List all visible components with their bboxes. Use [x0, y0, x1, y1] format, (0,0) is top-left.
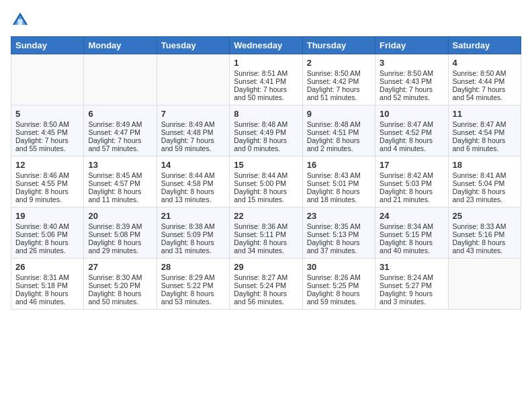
- calendar-cell: 7Sunrise: 8:49 AMSunset: 4:48 PMDaylight…: [157, 105, 229, 156]
- sunset-text: Sunset: 4:41 PM: [234, 77, 298, 85]
- day-number: 30: [307, 262, 371, 272]
- day-number: 28: [161, 262, 225, 272]
- daylight-text: Daylight: 8 hours and 59 minutes.: [307, 289, 371, 306]
- sunrise-text: Sunrise: 8:45 AM: [88, 171, 152, 179]
- day-number: 18: [453, 160, 517, 170]
- calendar-cell: 20Sunrise: 8:39 AMSunset: 5:08 PMDayligh…: [84, 208, 157, 259]
- day-number: 31: [380, 262, 443, 272]
- sunrise-text: Sunrise: 8:30 AM: [88, 273, 152, 281]
- svg-rect-2: [18, 19, 23, 25]
- daylight-text: Daylight: 7 hours and 59 minutes.: [161, 136, 225, 152]
- daylight-text: Daylight: 8 hours and 18 minutes.: [307, 187, 371, 203]
- sunset-text: Sunset: 4:47 PM: [88, 128, 152, 136]
- logo: [11, 11, 32, 30]
- day-number: 24: [380, 211, 443, 221]
- calendar-cell: [157, 54, 229, 105]
- daylight-text: Daylight: 8 hours and 11 minutes.: [88, 187, 152, 203]
- calendar-week-row: 26Sunrise: 8:31 AMSunset: 5:18 PMDayligh…: [11, 259, 521, 310]
- sunset-text: Sunset: 5:18 PM: [15, 281, 79, 289]
- daylight-text: Daylight: 8 hours and 13 minutes.: [161, 187, 225, 203]
- weekday-header-row: SundayMondayTuesdayWednesdayThursdayFrid…: [11, 37, 521, 54]
- calendar-cell: 15Sunrise: 8:44 AMSunset: 5:00 PMDayligh…: [230, 156, 302, 208]
- calendar-cell: 26Sunrise: 8:31 AMSunset: 5:18 PMDayligh…: [11, 259, 84, 310]
- day-number: 4: [453, 58, 517, 68]
- day-number: 20: [88, 211, 152, 221]
- daylight-text: Daylight: 8 hours and 9 minutes.: [15, 187, 79, 203]
- day-number: 21: [161, 211, 225, 221]
- sunrise-text: Sunrise: 8:47 AM: [453, 120, 517, 128]
- sunset-text: Sunset: 5:13 PM: [307, 230, 371, 238]
- sunrise-text: Sunrise: 8:49 AM: [161, 120, 225, 128]
- sunset-text: Sunset: 4:45 PM: [15, 128, 79, 136]
- sunset-text: Sunset: 4:58 PM: [161, 179, 225, 187]
- calendar-cell: 9Sunrise: 8:48 AMSunset: 4:51 PMDaylight…: [302, 105, 375, 156]
- daylight-text: Daylight: 8 hours and 56 minutes.: [234, 289, 298, 306]
- sunset-text: Sunset: 5:00 PM: [234, 179, 298, 187]
- day-number: 14: [161, 160, 225, 170]
- daylight-text: Daylight: 8 hours and 0 minutes.: [234, 136, 298, 152]
- day-number: 12: [15, 160, 79, 170]
- sunset-text: Sunset: 5:22 PM: [161, 281, 225, 289]
- sunset-text: Sunset: 4:44 PM: [453, 77, 517, 85]
- day-number: 10: [380, 109, 443, 119]
- sunrise-text: Sunrise: 8:42 AM: [380, 171, 443, 179]
- calendar-cell: 5Sunrise: 8:50 AMSunset: 4:45 PMDaylight…: [11, 105, 84, 156]
- sunset-text: Sunset: 4:51 PM: [307, 128, 371, 136]
- calendar-week-row: 19Sunrise: 8:40 AMSunset: 5:06 PMDayligh…: [11, 208, 521, 259]
- sunrise-text: Sunrise: 8:31 AM: [15, 273, 79, 281]
- calendar-cell: [448, 259, 521, 310]
- sunrise-text: Sunrise: 8:24 AM: [380, 273, 443, 281]
- weekday-header-tuesday: Tuesday: [157, 37, 229, 54]
- sunrise-text: Sunrise: 8:46 AM: [15, 171, 79, 179]
- daylight-text: Daylight: 8 hours and 26 minutes.: [15, 238, 79, 255]
- sunset-text: Sunset: 5:15 PM: [380, 230, 443, 238]
- calendar-cell: 3Sunrise: 8:50 AMSunset: 4:43 PMDaylight…: [375, 54, 448, 105]
- sunrise-text: Sunrise: 8:48 AM: [234, 120, 298, 128]
- sunset-text: Sunset: 5:01 PM: [307, 179, 371, 187]
- daylight-text: Daylight: 8 hours and 21 minutes.: [380, 187, 443, 203]
- calendar-cell: 28Sunrise: 8:29 AMSunset: 5:22 PMDayligh…: [157, 259, 229, 310]
- sunrise-text: Sunrise: 8:44 AM: [234, 171, 298, 179]
- daylight-text: Daylight: 7 hours and 55 minutes.: [15, 136, 79, 152]
- daylight-text: Daylight: 8 hours and 50 minutes.: [88, 289, 152, 306]
- sunrise-text: Sunrise: 8:43 AM: [307, 171, 371, 179]
- calendar-cell: 23Sunrise: 8:35 AMSunset: 5:13 PMDayligh…: [302, 208, 375, 259]
- calendar-cell: 27Sunrise: 8:30 AMSunset: 5:20 PMDayligh…: [84, 259, 157, 310]
- sunset-text: Sunset: 5:27 PM: [380, 281, 443, 289]
- day-number: 13: [88, 160, 152, 170]
- daylight-text: Daylight: 9 hours and 3 minutes.: [380, 289, 443, 306]
- daylight-text: Daylight: 8 hours and 2 minutes.: [307, 136, 371, 152]
- calendar-cell: 25Sunrise: 8:33 AMSunset: 5:16 PMDayligh…: [448, 208, 521, 259]
- weekday-header-monday: Monday: [84, 37, 157, 54]
- calendar-cell: 12Sunrise: 8:46 AMSunset: 4:55 PMDayligh…: [11, 156, 84, 208]
- day-number: 25: [453, 211, 517, 221]
- calendar-cell: 19Sunrise: 8:40 AMSunset: 5:06 PMDayligh…: [11, 208, 84, 259]
- daylight-text: Daylight: 8 hours and 43 minutes.: [453, 238, 517, 255]
- calendar-cell: 17Sunrise: 8:42 AMSunset: 5:03 PMDayligh…: [375, 156, 448, 208]
- daylight-text: Daylight: 8 hours and 4 minutes.: [380, 136, 443, 152]
- daylight-text: Daylight: 7 hours and 51 minutes.: [307, 85, 371, 101]
- daylight-text: Daylight: 8 hours and 31 minutes.: [161, 238, 225, 255]
- sunset-text: Sunset: 5:11 PM: [234, 230, 298, 238]
- daylight-text: Daylight: 8 hours and 40 minutes.: [380, 238, 443, 255]
- calendar-cell: 13Sunrise: 8:45 AMSunset: 4:57 PMDayligh…: [84, 156, 157, 208]
- day-number: 23: [307, 211, 371, 221]
- day-number: 15: [234, 160, 298, 170]
- day-number: 5: [15, 109, 79, 119]
- daylight-text: Daylight: 7 hours and 52 minutes.: [380, 85, 443, 101]
- sunrise-text: Sunrise: 8:26 AM: [307, 273, 371, 281]
- sunset-text: Sunset: 5:24 PM: [234, 281, 298, 289]
- day-number: 8: [234, 109, 298, 119]
- logo-icon: [11, 11, 30, 30]
- daylight-text: Daylight: 7 hours and 54 minutes.: [453, 85, 517, 101]
- calendar-week-row: 5Sunrise: 8:50 AMSunset: 4:45 PMDaylight…: [11, 105, 521, 156]
- sunrise-text: Sunrise: 8:47 AM: [380, 120, 443, 128]
- weekday-header-sunday: Sunday: [11, 37, 84, 54]
- sunset-text: Sunset: 5:20 PM: [88, 281, 152, 289]
- day-number: 27: [88, 262, 152, 272]
- day-number: 6: [88, 109, 152, 119]
- sunset-text: Sunset: 4:48 PM: [161, 128, 225, 136]
- daylight-text: Daylight: 8 hours and 15 minutes.: [234, 187, 298, 203]
- daylight-text: Daylight: 7 hours and 50 minutes.: [234, 85, 298, 101]
- sunset-text: Sunset: 4:57 PM: [88, 179, 152, 187]
